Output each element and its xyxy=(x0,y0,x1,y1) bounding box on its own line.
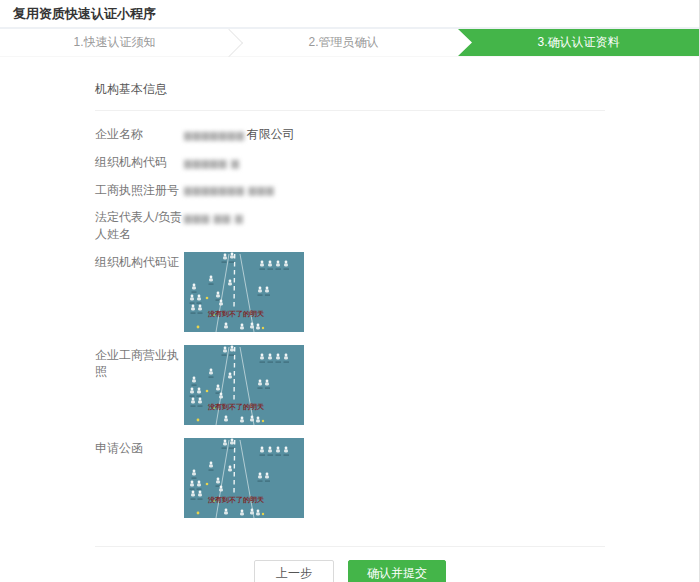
section-title: 机构基本信息 xyxy=(95,81,605,111)
field-label: 工商执照注册号 xyxy=(95,181,184,199)
field-company-name: 企业名称 ▆▆▆▆▆▆▆有限公司 xyxy=(95,125,605,144)
page-title: 复用资质快速认证小程序 xyxy=(0,0,699,29)
attachment-business-license: 企业工商营业执照 xyxy=(95,345,605,425)
field-list: 企业名称 ▆▆▆▆▆▆▆有限公司 组织机构代码 ▆▆▆▆▆ ▆ 工商执照注册号 … xyxy=(95,125,605,243)
redacted-value: ▆▆▆ ▆▆ ▆ xyxy=(184,212,244,223)
field-label: 法定代表人/负责人姓名 xyxy=(95,208,184,243)
attachment-label: 申请公函 xyxy=(95,438,184,456)
attachment-application-letter: 申请公函 xyxy=(95,438,605,518)
field-legal-representative: 法定代表人/负责人姓名 ▆▆▆ ▆▆ ▆ xyxy=(95,208,605,243)
application-letter-image[interactable] xyxy=(184,438,304,518)
action-bar: 上一步 确认并提交 xyxy=(95,560,605,582)
step-2-admin-confirm: 2.管理员确认 xyxy=(229,29,458,56)
field-value: ▆▆▆▆▆▆▆有限公司 xyxy=(184,125,295,144)
footer-divider xyxy=(95,546,605,547)
attachment-label: 组织机构代码证 xyxy=(95,252,184,270)
step-1-label: 1.快速认证须知 xyxy=(73,34,155,51)
value-visible-suffix: 有限公司 xyxy=(247,127,295,141)
field-label: 组织机构代码 xyxy=(95,153,184,171)
field-value: ▆▆▆▆▆▆▆ ▆▆▆ xyxy=(184,181,275,200)
wizard-steps: 1.快速认证须知 2.管理员确认 3.确认认证资料 xyxy=(0,29,699,57)
org-basic-info-section: 机构基本信息 企业名称 ▆▆▆▆▆▆▆有限公司 组织机构代码 ▆▆▆▆▆ ▆ 工… xyxy=(95,81,605,518)
field-value: ▆▆▆ ▆▆ ▆ xyxy=(184,208,244,227)
previous-step-button[interactable]: 上一步 xyxy=(254,560,334,582)
org-code-certificate-image[interactable] xyxy=(184,252,304,332)
step-3-confirm-materials: 3.确认认证资料 xyxy=(458,29,699,56)
step-2-label: 2.管理员确认 xyxy=(308,34,378,51)
field-value: ▆▆▆▆▆ ▆ xyxy=(184,153,240,172)
field-org-code: 组织机构代码 ▆▆▆▆▆ ▆ xyxy=(95,153,605,172)
redacted-value: ▆▆▆▆▆▆▆ xyxy=(184,129,245,140)
attachment-org-code-cert: 组织机构代码证 xyxy=(95,252,605,332)
confirm-submit-button[interactable]: 确认并提交 xyxy=(348,560,446,582)
redacted-value: ▆▆▆▆▆▆▆ ▆▆▆ xyxy=(184,184,275,195)
redacted-value: ▆▆▆▆▆ ▆ xyxy=(184,157,240,168)
attachment-label: 企业工商营业执照 xyxy=(95,345,184,379)
step-1-quick-cert-notice: 1.快速认证须知 xyxy=(0,29,229,56)
step-3-label: 3.确认认证资料 xyxy=(537,34,619,51)
business-license-image[interactable] xyxy=(184,345,304,425)
field-business-license-no: 工商执照注册号 ▆▆▆▆▆▆▆ ▆▆▆ xyxy=(95,181,605,200)
field-label: 企业名称 xyxy=(95,125,184,143)
